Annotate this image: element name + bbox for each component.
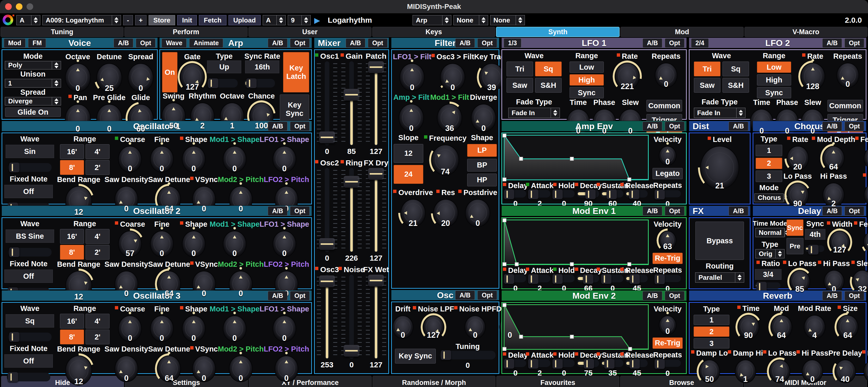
env-param-slider[interactable]: [625, 275, 648, 282]
fader-handle[interactable]: [344, 345, 360, 357]
fx-wet-fader[interactable]: FX Wet 127: [364, 265, 388, 372]
header-left-button[interactable]: Wave: [162, 38, 187, 48]
fader-handle[interactable]: [344, 176, 360, 188]
slider-handle[interactable]: [9, 247, 20, 257]
osc1-knob-r1-3[interactable]: Mod1 > Shape0: [210, 135, 260, 175]
delay-type-select[interactable]: Orig: [755, 249, 784, 258]
lfo-repeats-knob[interactable]: Repeats0: [832, 52, 863, 98]
envelope-display[interactable]: [504, 220, 649, 265]
osc2-knob-r1-3[interactable]: Mod1 > Shape0: [210, 220, 260, 260]
slider-handle[interactable]: [246, 78, 256, 88]
opt-button[interactable]: Opt: [290, 206, 310, 216]
arp-type-slider[interactable]: [207, 79, 238, 88]
slider-handle[interactable]: [808, 245, 818, 255]
envelope-handle[interactable]: [503, 134, 506, 138]
ab-button[interactable]: A/B: [346, 38, 365, 48]
osc3-knob-r2-3[interactable]: VSync0: [190, 344, 218, 386]
time-mode-select[interactable]: Normal: [755, 228, 784, 237]
ab-button[interactable]: A/B: [455, 38, 475, 48]
wave-slider[interactable]: [8, 333, 52, 341]
voice-spread-select[interactable]: Diverge: [5, 97, 61, 105]
dest-bank-select[interactable]: A: [263, 15, 286, 25]
re-trig-button[interactable]: Re-Trig: [653, 337, 683, 349]
osc-key-sync-button[interactable]: Key Sync: [395, 349, 436, 363]
opt-button[interactable]: Opt: [665, 206, 684, 216]
fader-track[interactable]: [366, 168, 386, 252]
chorus-level-knob[interactable]: Level0: [855, 171, 868, 208]
env-param-slider[interactable]: [625, 190, 648, 198]
ab-button[interactable]: A/B: [728, 206, 748, 216]
range-low-button[interactable]: Low: [569, 62, 604, 73]
stepper-arrows-icon[interactable]: [52, 79, 61, 87]
delay-sync-button[interactable]: Sync: [786, 220, 803, 236]
gain-fader[interactable]: Gain 85: [340, 52, 364, 158]
envelope-handle[interactable]: [503, 178, 506, 182]
tab-tuning[interactable]: Tuning: [1, 27, 124, 37]
tri-button[interactable]: Tri: [506, 62, 533, 76]
chorus-feedback-knob[interactable]: Feedback0: [855, 135, 868, 171]
noise-lpf-knob[interactable]: Noise LPF127: [413, 304, 454, 340]
range-8-button[interactable]: 8': [60, 329, 84, 344]
opt-button[interactable]: Opt: [665, 122, 684, 131]
slider-handle[interactable]: [585, 189, 596, 199]
knob-dial[interactable]: [864, 231, 868, 253]
repeats-slider[interactable]: [654, 360, 681, 367]
opt-button[interactable]: Opt: [477, 291, 497, 300]
wave-value[interactable]: BS Sine: [6, 229, 54, 243]
knob-dial[interactable]: [864, 183, 868, 207]
octave-knob[interactable]: Octave0: [63, 52, 93, 93]
envelope-handle[interactable]: [570, 157, 574, 161]
env-param-slider[interactable]: [601, 190, 623, 198]
damp-lo-knob[interactable]: Damp Lo50: [691, 349, 728, 384]
range-2-button[interactable]: 2': [86, 329, 110, 344]
delay-sync-value[interactable]: 4th: [805, 229, 825, 240]
ab-button[interactable]: A/B: [268, 291, 287, 300]
osc2-knob-r1-1[interactable]: Fine0: [146, 220, 178, 260]
ab-button[interactable]: A/B: [728, 122, 748, 131]
fixed-note-value[interactable]: Off: [4, 354, 53, 367]
chorus-lo-pass-knob[interactable]: Lo Pass90: [783, 171, 812, 208]
header-left-button[interactable]: FM: [28, 38, 46, 48]
range-2-button[interactable]: 2': [86, 160, 110, 175]
drift-knob[interactable]: Drift0: [393, 304, 413, 340]
stepper-arrows-icon[interactable]: [442, 15, 451, 25]
slider-handle[interactable]: [584, 359, 594, 368]
patch-prev-button[interactable]: -: [123, 15, 133, 25]
slider-handle[interactable]: [528, 359, 538, 368]
chorus-rate-knob[interactable]: Rate20: [783, 135, 812, 171]
arp-key-sync-button[interactable]: Key Sync: [280, 94, 309, 124]
opt-button[interactable]: Opt: [844, 206, 864, 216]
chorus-hi-pass-knob[interactable]: Hi Pass2: [812, 171, 855, 208]
opt-button[interactable]: Opt: [665, 38, 684, 48]
slider-handle[interactable]: [629, 189, 639, 199]
ab-button[interactable]: A/B: [268, 38, 287, 48]
delay-feedback-knob[interactable]: Feedback10: [854, 220, 868, 258]
lfo-rate-knob[interactable]: Rate221: [610, 52, 645, 98]
envelope-handle[interactable]: [503, 219, 506, 222]
osc3-knob-r1-2[interactable]: Shape0: [178, 304, 210, 344]
sample-hold-button[interactable]: S&H: [535, 78, 562, 93]
lp-button[interactable]: LP: [467, 144, 497, 157]
routing-select[interactable]: Parallel: [695, 272, 744, 283]
envelope-display[interactable]: [504, 135, 649, 180]
osc1-knob-r1-4[interactable]: LFO1 > Shape0: [260, 135, 309, 175]
noise-fader[interactable]: Noise 0: [340, 265, 364, 372]
stepper-arrows-icon[interactable]: [52, 61, 61, 69]
send-play-icon[interactable]: ▶: [314, 16, 320, 25]
slider-handle[interactable]: [629, 274, 640, 284]
velocity-knob[interactable]: Velocity63: [654, 220, 682, 251]
osc1-fader[interactable]: Osc1 0: [315, 52, 339, 158]
slider-handle[interactable]: [655, 275, 665, 284]
env-param-slider[interactable]: [552, 359, 575, 367]
spread-knob[interactable]: Spread0: [126, 52, 156, 93]
osc3-knob-r2-2[interactable]: Saw Detune64: [148, 344, 190, 386]
repeats-slider[interactable]: [654, 190, 681, 197]
fader-handle[interactable]: [368, 275, 384, 286]
ab-button[interactable]: A/B: [643, 206, 662, 216]
opt-button[interactable]: Opt: [290, 38, 310, 48]
fader-handle[interactable]: [319, 276, 335, 287]
sq-button[interactable]: Sq: [535, 62, 562, 76]
tab-keys[interactable]: Keys: [372, 27, 495, 37]
patch-fader[interactable]: Patch 127: [364, 52, 388, 158]
slope-12-button[interactable]: 12: [394, 144, 423, 163]
